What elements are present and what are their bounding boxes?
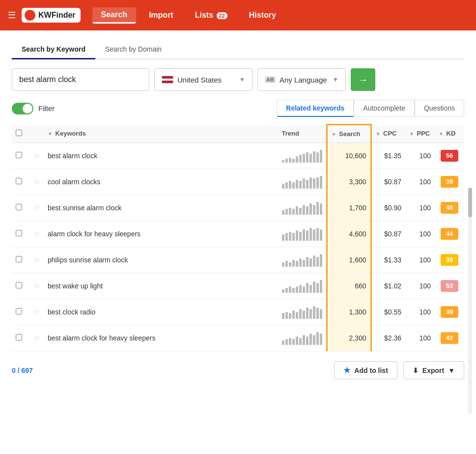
row-ppc: 100 — [405, 221, 435, 247]
row-star-cell: ☆ — [29, 299, 44, 325]
row-search: 1,300 — [327, 299, 371, 325]
export-label: Export — [422, 367, 444, 374]
row-check-cell — [12, 325, 29, 351]
trend-bar — [289, 338, 291, 345]
nav-import[interactable]: Import — [140, 8, 182, 23]
add-to-list-button[interactable]: ★ Add to list — [334, 361, 397, 379]
row-search: 1,700 — [327, 195, 371, 221]
country-label: United States — [177, 76, 222, 84]
tab-search-by-keyword[interactable]: Search by Keyword — [12, 40, 95, 59]
nav-history[interactable]: History — [240, 8, 285, 23]
trend-bar — [285, 209, 288, 215]
trend-bar — [282, 313, 284, 319]
tab-related-keywords[interactable]: Related keywords — [277, 100, 354, 117]
trend-bar — [282, 210, 284, 215]
star-icon[interactable]: ☆ — [33, 282, 40, 290]
trend-bar — [289, 158, 291, 163]
row-kd: 56 — [435, 143, 464, 169]
language-selector[interactable]: AB Any Language ▼ — [257, 68, 346, 91]
th-search[interactable]: ▼ Search — [327, 125, 371, 143]
star-icon[interactable]: ☆ — [33, 308, 40, 316]
trend-bar — [306, 308, 308, 319]
row-kd: 38 — [435, 247, 464, 273]
filter-toggle[interactable] — [12, 103, 33, 114]
row-kd: 39 — [435, 299, 464, 325]
kd-badge: 56 — [441, 150, 458, 162]
trend-bar — [313, 306, 315, 319]
star-icon[interactable]: ☆ — [33, 334, 40, 342]
star-icon[interactable]: ☆ — [33, 151, 40, 160]
row-ppc: 100 — [405, 143, 435, 169]
country-selector[interactable]: United States ▼ — [154, 68, 252, 91]
trend-bar — [285, 261, 288, 267]
scrollbar-track[interactable] — [468, 188, 472, 414]
trend-bar — [306, 180, 308, 189]
footer-actions: ★ Add to list ⬇ Export ▼ — [334, 361, 464, 379]
row-checkbox[interactable] — [16, 334, 22, 340]
lists-badge: 22 — [217, 12, 227, 19]
trend-bar — [320, 334, 322, 345]
main-content: Search by Keyword Search by Domain Unite… — [0, 30, 476, 454]
trend-bar — [299, 309, 302, 319]
scrollbar-thumb[interactable] — [468, 188, 472, 217]
row-checkbox[interactable] — [16, 152, 22, 158]
filter-label[interactable]: Filter — [38, 104, 55, 113]
row-star-cell: ☆ — [29, 221, 44, 247]
keyword-input[interactable] — [12, 68, 149, 91]
search-arrow-icon: → — [358, 74, 368, 85]
row-cpc: $1.02 — [371, 273, 405, 299]
th-keywords[interactable]: ▼ Keywords — [44, 125, 278, 143]
nav-search[interactable]: Search — [92, 7, 136, 24]
trend-bar — [296, 180, 298, 189]
row-star-cell: ☆ — [29, 325, 44, 351]
menu-icon[interactable]: ☰ — [8, 10, 16, 21]
trend-bar — [282, 184, 284, 189]
tab-search-by-domain[interactable]: Search by Domain — [95, 40, 171, 59]
th-ppc[interactable]: ▼ PPC — [405, 125, 435, 143]
star-icon[interactable]: ☆ — [33, 177, 40, 186]
trend-bar — [320, 150, 322, 163]
search-sort-arrow: ▼ — [332, 132, 336, 137]
row-checkbox[interactable] — [16, 178, 22, 184]
row-checkbox[interactable] — [16, 204, 22, 210]
select-all-checkbox[interactable] — [16, 130, 22, 136]
trend-bar — [303, 154, 305, 163]
trend-bar — [316, 332, 319, 345]
row-checkbox[interactable] — [16, 230, 22, 236]
tab-autocomplete[interactable]: Autocomplete — [354, 100, 415, 117]
search-type-tabs: Search by Keyword Search by Domain — [12, 40, 464, 59]
trend-bar — [289, 313, 291, 319]
trend-bar — [320, 229, 322, 241]
trend-bar — [313, 229, 315, 241]
star-icon[interactable]: ☆ — [33, 255, 40, 264]
trend-bar — [285, 233, 288, 241]
trend-bar — [309, 154, 312, 163]
row-cpc: $1.35 — [371, 143, 405, 169]
row-keyword: best wake up light — [44, 273, 278, 299]
row-keyword: best alarm clock — [44, 143, 278, 169]
trend-bar — [289, 181, 291, 189]
row-search: 2,300 — [327, 325, 371, 351]
row-keyword: cool alarm clocks — [44, 169, 278, 195]
search-button[interactable]: → — [351, 68, 375, 91]
star-icon[interactable]: ☆ — [33, 203, 40, 212]
star-icon[interactable]: ☆ — [33, 229, 40, 238]
row-search: 660 — [327, 273, 371, 299]
trend-bar — [309, 258, 312, 267]
kd-badge: 39 — [441, 306, 458, 318]
th-cpc[interactable]: ▼ CPC — [371, 125, 405, 143]
row-checkbox[interactable] — [16, 308, 22, 314]
nav-lists[interactable]: Lists 22 — [186, 8, 236, 23]
export-button[interactable]: ⬇ Export ▼ — [403, 361, 464, 379]
th-kd[interactable]: ▼ KD — [435, 125, 464, 143]
table-row: ☆ philips sunrise alarm clock 1,600 $1.3… — [12, 247, 464, 273]
logo: KWFinder — [22, 8, 81, 23]
row-checkbox[interactable] — [16, 256, 22, 262]
row-checkbox[interactable] — [16, 282, 22, 288]
trend-bar — [316, 228, 319, 241]
row-trend — [278, 273, 327, 299]
row-check-cell — [12, 143, 29, 169]
trend-bar — [303, 178, 305, 189]
trend-bar — [292, 182, 295, 189]
tab-questions[interactable]: Questions — [415, 100, 464, 117]
